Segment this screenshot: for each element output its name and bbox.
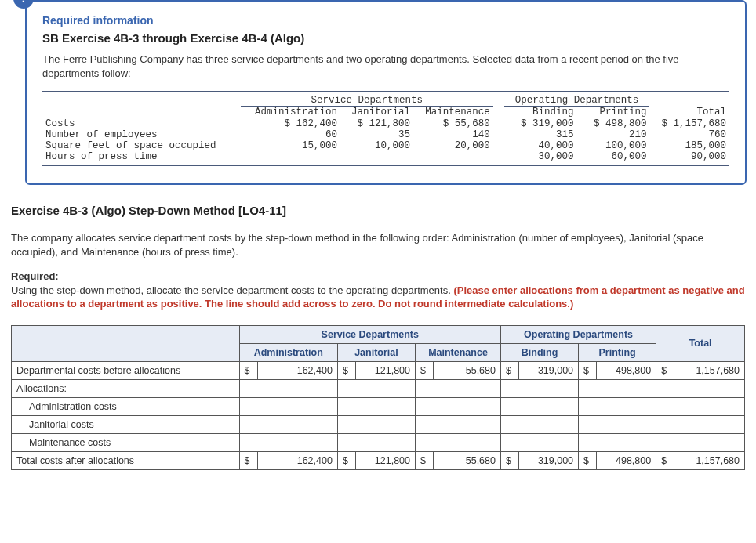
source-data-table: Service Departments Operating Department… (42, 95, 729, 162)
ans-group-service: Service Departments (239, 325, 500, 343)
input-cell[interactable] (500, 379, 578, 397)
ans-row-maint: Maintenance costs (12, 433, 745, 451)
ans-col-bind: Binding (500, 343, 578, 361)
required-label: Required: (11, 270, 59, 282)
required-information: Required information (42, 14, 729, 27)
info-card: ! Required information SB Exercise 4B-3 … (25, 0, 747, 185)
exercise-paragraph: The company allocates service department… (11, 231, 745, 259)
input-cell[interactable] (416, 379, 501, 397)
input-cell[interactable] (656, 433, 745, 451)
exercise-title: Exercise 4B-3 (Algo) Step-Down Method [L… (11, 204, 756, 217)
input-cell[interactable] (416, 433, 501, 451)
input-cell[interactable] (337, 415, 415, 433)
ans-blank-header (12, 325, 240, 361)
input-cell[interactable] (579, 397, 656, 415)
input-cell[interactable] (656, 397, 745, 415)
input-cell[interactable] (239, 379, 337, 397)
input-cell[interactable] (239, 433, 337, 451)
ans-col-print: Printing (579, 343, 656, 361)
data-table-wrap: Service Departments Operating Department… (42, 91, 729, 166)
required-block: Required: Using the step-down method, al… (11, 270, 745, 311)
row-sqft: Square feet of space occupied (42, 140, 241, 151)
input-cell[interactable] (656, 415, 745, 433)
ans-row-admin: Administration costs (12, 397, 745, 415)
input-cell[interactable] (500, 397, 578, 415)
col-maint: Maintenance (413, 107, 493, 118)
ans-col-total: Total (656, 325, 745, 361)
col-admin: Administration (241, 107, 340, 118)
ans-row-before: Departmental costs before allocations $1… (12, 361, 745, 379)
col-print: Printing (577, 107, 650, 118)
ans-col-admin: Administration (239, 343, 337, 361)
input-cell[interactable] (239, 415, 337, 433)
ans-row-jan: Janitorial costs (12, 415, 745, 433)
input-cell[interactable] (579, 379, 656, 397)
input-cell[interactable] (337, 397, 415, 415)
col-total: Total (649, 107, 729, 118)
row-costs: Costs (42, 118, 241, 130)
input-cell[interactable] (416, 397, 501, 415)
card-title: SB Exercise 4B-3 through Exercise 4B-4 (… (42, 31, 729, 45)
group-service: Service Departments (241, 95, 493, 107)
col-bind: Binding (504, 107, 577, 118)
input-cell[interactable] (500, 415, 578, 433)
col-jan: Janitorial (340, 107, 413, 118)
row-press: Hours of press time (42, 151, 241, 162)
card-description: The Ferre Publishing Company has three s… (42, 52, 729, 80)
exclamation-icon: ! (13, 0, 34, 9)
input-cell[interactable] (579, 415, 656, 433)
ans-group-operating: Operating Departments (500, 325, 656, 343)
ans-col-maint: Maintenance (416, 343, 501, 361)
group-operating: Operating Departments (504, 95, 650, 107)
answer-table: Service Departments Operating Department… (11, 325, 745, 470)
input-cell[interactable] (337, 379, 415, 397)
input-cell[interactable] (239, 397, 337, 415)
input-cell[interactable] (656, 379, 745, 397)
ans-col-jan: Janitorial (337, 343, 415, 361)
input-cell[interactable] (579, 433, 656, 451)
required-text: Using the step-down method, allocate the… (11, 284, 453, 296)
input-cell[interactable] (500, 433, 578, 451)
input-cell[interactable] (337, 433, 415, 451)
ans-row-after: Total costs after allocations $162,400 $… (12, 451, 745, 469)
ans-row-alloc: Allocations: (12, 379, 745, 397)
input-cell[interactable] (416, 415, 501, 433)
row-employees: Number of employees (42, 129, 241, 140)
